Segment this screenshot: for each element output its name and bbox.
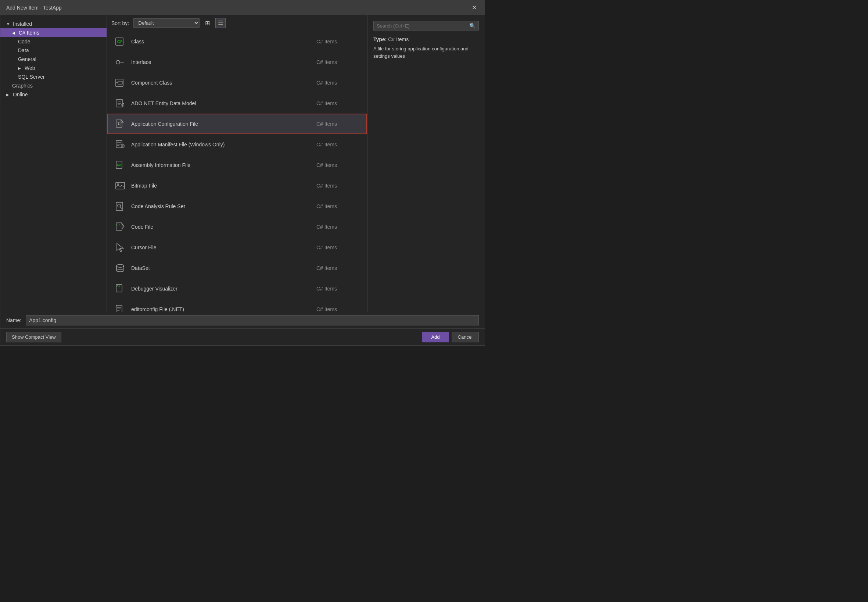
editorconfig-category: C# Items <box>316 306 360 312</box>
svg-point-34 <box>116 264 124 267</box>
list-item-debugger[interactable]: C# Debugger Visualizer C# Items <box>107 278 367 299</box>
class-label: Class <box>131 38 316 45</box>
sidebar-label-general: General <box>18 56 37 62</box>
info-description: A file for storing application configura… <box>374 45 479 60</box>
add-new-item-dialog: Add New Item - TestApp ✕ ▼ Installed ◀ C… <box>0 0 485 346</box>
assembly-label: Assembly Information File <box>131 162 316 168</box>
debugger-category: C# Items <box>316 286 360 292</box>
svg-rect-5 <box>118 81 122 84</box>
list-view-button[interactable]: ☰ <box>215 18 226 28</box>
sidebar-label-web: Web <box>24 65 35 71</box>
search-icon: 🔍 <box>469 23 476 29</box>
list-item-assembly[interactable]: C# Assembly Information File C# Items <box>107 155 367 175</box>
search-box[interactable]: 🔍 <box>374 21 479 31</box>
code-analysis-icon <box>113 200 127 213</box>
sidebar-label-sql: SQL Server <box>18 74 45 80</box>
title-bar: Add New Item - TestApp ✕ <box>0 0 485 15</box>
svg-rect-11 <box>116 120 122 127</box>
toolbar: Sort by: Default Name Type ⊞ ☰ <box>107 15 367 31</box>
interface-label: Interface <box>131 59 316 65</box>
svg-rect-26 <box>116 202 123 210</box>
component-label: Component Class <box>131 80 316 86</box>
interface-category: C# Items <box>316 59 360 65</box>
close-button[interactable]: ✕ <box>470 4 479 11</box>
config-label: Application Configuration File <box>131 121 316 127</box>
cancel-button[interactable]: Cancel <box>452 332 479 342</box>
manifest-label: Application Manifest File (Windows Only) <box>131 141 316 147</box>
dataset-icon <box>113 261 127 275</box>
sidebar-label-data: Data <box>18 48 29 53</box>
editorconfig-icon <box>113 303 127 312</box>
search-input[interactable] <box>377 23 467 29</box>
sidebar: ▼ Installed ◀ C# Items Code Data <box>0 15 107 312</box>
manifest-category: C# Items <box>316 141 360 147</box>
footer-buttons: Show Compact View Add Cancel <box>0 329 485 345</box>
sort-label: Sort by: <box>111 20 129 26</box>
list-item-cursor[interactable]: Cursor File C# Items <box>107 237 367 258</box>
expand-icon-online: ▶ <box>6 93 11 97</box>
sidebar-item-data[interactable]: Data <box>0 46 107 55</box>
svg-line-14 <box>120 125 121 125</box>
action-buttons: Add Cancel <box>422 332 479 342</box>
bitmap-label: Bitmap File <box>131 183 316 189</box>
type-label: Type: <box>374 37 387 42</box>
sidebar-item-online[interactable]: ▶ Online <box>0 90 107 99</box>
sidebar-item-graphics[interactable]: Graphics <box>0 81 107 90</box>
sidebar-item-code[interactable]: Code <box>0 37 107 46</box>
list-item-ado[interactable]: ADO.NET Entity Data Model C# Items <box>107 93 367 114</box>
sidebar-label-installed: Installed <box>13 21 32 27</box>
list-item-code-file[interactable]: C# Code File C# Items <box>107 217 367 237</box>
svg-point-27 <box>118 204 121 207</box>
list-item-manifest[interactable]: Application Manifest File (Windows Only)… <box>107 134 367 155</box>
add-button[interactable]: Add <box>422 332 449 342</box>
list-item-app-config[interactable]: Application Configuration File C# Items <box>107 114 367 134</box>
svg-point-12 <box>119 123 120 124</box>
expand-icon-web: ▶ <box>18 66 22 70</box>
svg-text:C#: C# <box>117 163 121 167</box>
bitmap-category: C# Items <box>316 183 360 189</box>
list-item-code-analysis[interactable]: Code Analysis Rule Set C# Items <box>107 196 367 217</box>
expand-icon-csharp: ◀ <box>12 31 17 35</box>
cursor-category: C# Items <box>316 244 360 250</box>
sidebar-item-sql[interactable]: SQL Server <box>0 72 107 81</box>
bitmap-icon <box>113 179 127 192</box>
center-panel: Sort by: Default Name Type ⊞ ☰ C# <box>107 15 367 312</box>
type-value: C# Items <box>388 37 409 42</box>
svg-line-31 <box>121 223 124 226</box>
svg-rect-37 <box>116 305 122 312</box>
dataset-category: C# Items <box>316 265 360 271</box>
items-list: C# Class C# Items Interface C# <box>107 31 367 312</box>
sidebar-label-online: Online <box>13 92 28 97</box>
sidebar-item-general[interactable]: General <box>0 55 107 64</box>
debugger-label: Debugger Visualizer <box>131 286 316 292</box>
svg-rect-19 <box>121 144 124 147</box>
grid-view-button[interactable]: ⊞ <box>202 18 213 28</box>
config-icon <box>113 117 127 131</box>
code-analysis-category: C# Items <box>316 203 360 209</box>
code-analysis-label: Code Analysis Rule Set <box>131 203 316 209</box>
list-item-component[interactable]: Component Class C# Items <box>107 72 367 93</box>
list-item-bitmap[interactable]: Bitmap File C# Items <box>107 175 367 196</box>
list-item-class[interactable]: C# Class C# Items <box>107 31 367 52</box>
code-file-category: C# Items <box>316 224 360 230</box>
dataset-label: DataSet <box>131 265 316 271</box>
sidebar-item-installed[interactable]: ▼ Installed <box>0 20 107 28</box>
sidebar-section-installed: ▼ Installed ◀ C# Items Code Data <box>0 18 107 100</box>
svg-line-28 <box>120 207 122 209</box>
compact-view-button[interactable]: Show Compact View <box>6 332 61 342</box>
list-item-editorconfig[interactable]: editorconfig File (.NET) C# Items <box>107 299 367 312</box>
list-item-interface[interactable]: Interface C# Items <box>107 52 367 72</box>
svg-text:C#: C# <box>116 285 121 288</box>
debugger-icon: C# <box>113 282 127 295</box>
list-item-dataset[interactable]: DataSet C# Items <box>107 258 367 278</box>
name-input[interactable] <box>26 315 479 326</box>
sidebar-item-csharp[interactable]: ◀ C# Items <box>0 28 107 37</box>
manifest-icon <box>113 138 127 151</box>
interface-icon <box>113 55 127 69</box>
sort-select[interactable]: Default Name Type <box>133 18 199 28</box>
code-file-label: Code File <box>131 224 316 230</box>
ado-category: C# Items <box>316 100 360 106</box>
sidebar-item-web[interactable]: ▶ Web <box>0 64 107 72</box>
component-icon <box>113 76 127 89</box>
ado-icon <box>113 97 127 110</box>
